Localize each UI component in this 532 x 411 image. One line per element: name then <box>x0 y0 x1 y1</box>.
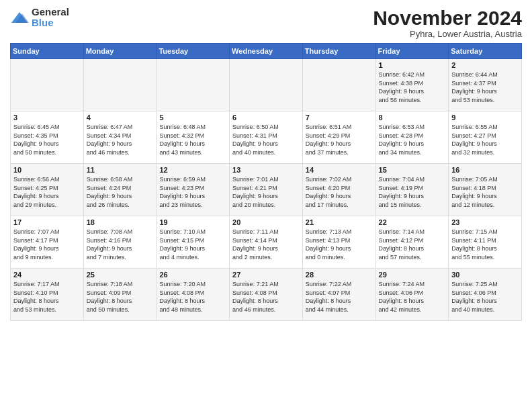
table-row: 3Sunrise: 6:45 AM Sunset: 4:35 PM Daylig… <box>11 111 84 164</box>
table-row <box>83 59 157 111</box>
title-block: November 2024 Pyhra, Lower Austria, Aust… <box>373 7 522 39</box>
table-row: 26Sunrise: 7:20 AM Sunset: 4:08 PM Dayli… <box>157 269 230 321</box>
day-number: 12 <box>159 166 226 174</box>
table-row <box>230 59 303 111</box>
day-info: Sunrise: 7:21 AM Sunset: 4:08 PM Dayligh… <box>232 280 300 314</box>
table-row <box>157 59 230 111</box>
day-info: Sunrise: 7:05 AM Sunset: 4:18 PM Dayligh… <box>451 175 519 209</box>
table-row: 8Sunrise: 6:53 AM Sunset: 4:28 PM Daylig… <box>375 111 449 164</box>
table-row: 1Sunrise: 6:42 AM Sunset: 4:38 PM Daylig… <box>375 59 449 111</box>
header-saturday: Saturday <box>449 44 522 59</box>
table-row: 18Sunrise: 7:08 AM Sunset: 4:16 PM Dayli… <box>83 216 157 269</box>
header-monday: Monday <box>83 44 157 59</box>
day-number: 25 <box>87 271 154 279</box>
day-info: Sunrise: 6:58 AM Sunset: 4:24 PM Dayligh… <box>87 175 154 209</box>
table-row <box>302 59 375 111</box>
day-info: Sunrise: 6:51 AM Sunset: 4:29 PM Dayligh… <box>306 123 373 156</box>
day-info: Sunrise: 7:24 AM Sunset: 4:06 PM Dayligh… <box>379 280 446 314</box>
header-thursday: Thursday <box>302 44 375 59</box>
calendar-header-row: Sunday Monday Tuesday Wednesday Thursday… <box>11 44 522 59</box>
day-info: Sunrise: 6:50 AM Sunset: 4:31 PM Dayligh… <box>232 123 300 156</box>
calendar-table: Sunday Monday Tuesday Wednesday Thursday… <box>10 43 522 321</box>
calendar-week-4: 17Sunrise: 7:07 AM Sunset: 4:17 PM Dayli… <box>11 216 522 269</box>
day-number: 24 <box>13 271 81 279</box>
table-row: 20Sunrise: 7:11 AM Sunset: 4:14 PM Dayli… <box>230 216 303 269</box>
header-friday: Friday <box>375 44 449 59</box>
header-wednesday: Wednesday <box>230 44 303 59</box>
day-info: Sunrise: 7:22 AM Sunset: 4:07 PM Dayligh… <box>306 280 373 314</box>
location-subtitle: Pyhra, Lower Austria, Austria <box>373 29 522 39</box>
table-row: 21Sunrise: 7:13 AM Sunset: 4:13 PM Dayli… <box>302 216 375 269</box>
day-info: Sunrise: 7:13 AM Sunset: 4:13 PM Dayligh… <box>306 228 373 261</box>
day-info: Sunrise: 7:11 AM Sunset: 4:14 PM Dayligh… <box>232 228 300 261</box>
calendar-week-2: 3Sunrise: 6:45 AM Sunset: 4:35 PM Daylig… <box>11 111 522 164</box>
table-row: 24Sunrise: 7:17 AM Sunset: 4:10 PM Dayli… <box>11 269 84 321</box>
day-info: Sunrise: 7:15 AM Sunset: 4:11 PM Dayligh… <box>451 228 519 261</box>
month-title: November 2024 <box>373 7 522 29</box>
day-number: 1 <box>379 61 446 69</box>
day-info: Sunrise: 7:01 AM Sunset: 4:21 PM Dayligh… <box>232 175 300 209</box>
table-row: 27Sunrise: 7:21 AM Sunset: 4:08 PM Dayli… <box>230 269 303 321</box>
day-number: 27 <box>232 271 300 279</box>
table-row: 14Sunrise: 7:02 AM Sunset: 4:20 PM Dayli… <box>302 164 375 216</box>
table-row <box>11 59 84 111</box>
header-sunday: Sunday <box>11 44 84 59</box>
table-row: 17Sunrise: 7:07 AM Sunset: 4:17 PM Dayli… <box>11 216 84 269</box>
table-row: 5Sunrise: 6:48 AM Sunset: 4:32 PM Daylig… <box>157 111 230 164</box>
logo-general: General <box>32 7 69 17</box>
day-number: 29 <box>379 271 446 279</box>
table-row: 13Sunrise: 7:01 AM Sunset: 4:21 PM Dayli… <box>230 164 303 216</box>
logo: General Blue <box>10 7 69 29</box>
table-row: 30Sunrise: 7:25 AM Sunset: 4:06 PM Dayli… <box>449 269 522 321</box>
logo-icon <box>10 11 29 26</box>
logo-blue: Blue <box>32 17 54 28</box>
table-row: 11Sunrise: 6:58 AM Sunset: 4:24 PM Dayli… <box>83 164 157 216</box>
table-row: 19Sunrise: 7:10 AM Sunset: 4:15 PM Dayli… <box>157 216 230 269</box>
day-info: Sunrise: 7:04 AM Sunset: 4:19 PM Dayligh… <box>379 175 446 209</box>
header-tuesday: Tuesday <box>157 44 230 59</box>
table-row: 15Sunrise: 7:04 AM Sunset: 4:19 PM Dayli… <box>375 164 449 216</box>
day-info: Sunrise: 7:17 AM Sunset: 4:10 PM Dayligh… <box>13 280 81 314</box>
day-number: 5 <box>159 113 226 122</box>
header-row: General Blue November 2024 Pyhra, Lower … <box>10 7 522 39</box>
day-number: 17 <box>13 218 81 226</box>
page-container: General Blue November 2024 Pyhra, Lower … <box>0 0 532 326</box>
table-row: 7Sunrise: 6:51 AM Sunset: 4:29 PM Daylig… <box>302 111 375 164</box>
day-info: Sunrise: 6:44 AM Sunset: 4:37 PM Dayligh… <box>451 71 519 104</box>
day-number: 13 <box>232 166 300 174</box>
day-info: Sunrise: 6:42 AM Sunset: 4:38 PM Dayligh… <box>379 71 446 104</box>
table-row: 10Sunrise: 6:56 AM Sunset: 4:25 PM Dayli… <box>11 164 84 216</box>
day-info: Sunrise: 7:18 AM Sunset: 4:09 PM Dayligh… <box>87 280 154 314</box>
calendar-week-3: 10Sunrise: 6:56 AM Sunset: 4:25 PM Dayli… <box>11 164 522 216</box>
table-row: 29Sunrise: 7:24 AM Sunset: 4:06 PM Dayli… <box>375 269 449 321</box>
day-info: Sunrise: 6:59 AM Sunset: 4:23 PM Dayligh… <box>159 175 226 209</box>
calendar-body: 1Sunrise: 6:42 AM Sunset: 4:38 PM Daylig… <box>11 59 522 321</box>
day-number: 3 <box>13 113 81 122</box>
day-info: Sunrise: 6:45 AM Sunset: 4:35 PM Dayligh… <box>13 123 81 156</box>
calendar-week-5: 24Sunrise: 7:17 AM Sunset: 4:10 PM Dayli… <box>11 269 522 321</box>
table-row: 22Sunrise: 7:14 AM Sunset: 4:12 PM Dayli… <box>375 216 449 269</box>
calendar-week-1: 1Sunrise: 6:42 AM Sunset: 4:38 PM Daylig… <box>11 59 522 111</box>
day-info: Sunrise: 7:14 AM Sunset: 4:12 PM Dayligh… <box>379 228 446 261</box>
day-number: 22 <box>379 218 446 226</box>
day-info: Sunrise: 6:53 AM Sunset: 4:28 PM Dayligh… <box>379 123 446 156</box>
day-number: 19 <box>159 218 226 226</box>
day-number: 14 <box>306 166 373 174</box>
table-row: 23Sunrise: 7:15 AM Sunset: 4:11 PM Dayli… <box>449 216 522 269</box>
table-row: 16Sunrise: 7:05 AM Sunset: 4:18 PM Dayli… <box>449 164 522 216</box>
day-number: 20 <box>232 218 300 226</box>
day-number: 18 <box>87 218 154 226</box>
day-number: 10 <box>13 166 81 174</box>
day-info: Sunrise: 6:55 AM Sunset: 4:27 PM Dayligh… <box>451 123 519 156</box>
day-number: 4 <box>87 113 154 122</box>
day-number: 26 <box>159 271 226 279</box>
day-number: 30 <box>451 271 519 279</box>
table-row: 28Sunrise: 7:22 AM Sunset: 4:07 PM Dayli… <box>302 269 375 321</box>
logo-text: General Blue <box>32 7 69 29</box>
day-number: 23 <box>451 218 519 226</box>
table-row: 25Sunrise: 7:18 AM Sunset: 4:09 PM Dayli… <box>83 269 157 321</box>
table-row: 6Sunrise: 6:50 AM Sunset: 4:31 PM Daylig… <box>230 111 303 164</box>
day-info: Sunrise: 6:47 AM Sunset: 4:34 PM Dayligh… <box>87 123 154 156</box>
day-number: 16 <box>451 166 519 174</box>
day-number: 2 <box>451 61 519 69</box>
